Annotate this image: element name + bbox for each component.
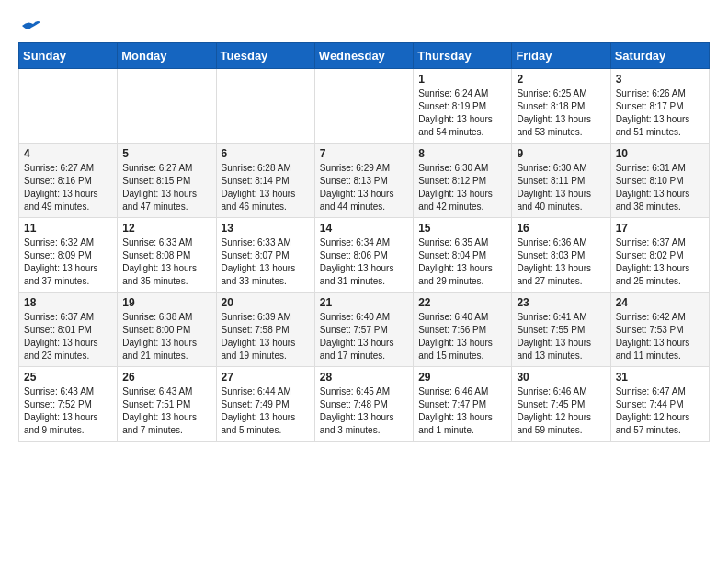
cell-content: Sunrise: 6:33 AM Sunset: 8:07 PM Dayligh… [222, 236, 310, 288]
calendar-cell: 25Sunrise: 6:43 AM Sunset: 7:52 PM Dayli… [19, 367, 118, 442]
calendar-week-row: 18Sunrise: 6:37 AM Sunset: 8:01 PM Dayli… [19, 293, 710, 367]
calendar-cell: 22Sunrise: 6:40 AM Sunset: 7:56 PM Dayli… [414, 293, 512, 367]
cell-content: Sunrise: 6:33 AM Sunset: 8:08 PM Dayligh… [122, 236, 210, 288]
calendar-cell: 19Sunrise: 6:38 AM Sunset: 8:00 PM Dayli… [118, 293, 216, 367]
day-number: 16 [517, 222, 605, 235]
cell-content: Sunrise: 6:35 AM Sunset: 8:04 PM Dayligh… [418, 236, 506, 288]
weekday-header-tuesday: Tuesday [216, 43, 314, 69]
calendar-cell: 23Sunrise: 6:41 AM Sunset: 7:55 PM Dayli… [512, 293, 610, 367]
calendar-cell: 24Sunrise: 6:42 AM Sunset: 7:53 PM Dayli… [610, 293, 709, 367]
cell-content: Sunrise: 6:24 AM Sunset: 8:19 PM Dayligh… [418, 87, 506, 139]
calendar-cell: 12Sunrise: 6:33 AM Sunset: 8:08 PM Dayli… [118, 218, 216, 293]
calendar-cell: 2Sunrise: 6:25 AM Sunset: 8:18 PM Daylig… [512, 69, 610, 144]
cell-content: Sunrise: 6:34 AM Sunset: 8:06 PM Dayligh… [320, 236, 408, 288]
calendar-cell: 6Sunrise: 6:28 AM Sunset: 8:14 PM Daylig… [216, 144, 314, 218]
calendar-cell: 15Sunrise: 6:35 AM Sunset: 8:04 PM Dayli… [414, 218, 512, 293]
day-number: 19 [122, 296, 210, 309]
day-number: 1 [418, 73, 506, 86]
day-number: 28 [320, 371, 408, 384]
calendar-cell: 9Sunrise: 6:30 AM Sunset: 8:11 PM Daylig… [512, 144, 610, 218]
day-number: 10 [616, 147, 704, 160]
page-header [18, 18, 710, 33]
day-number: 4 [24, 147, 112, 160]
day-number: 13 [222, 222, 310, 235]
cell-content: Sunrise: 6:29 AM Sunset: 8:13 PM Dayligh… [320, 162, 408, 213]
cell-content: Sunrise: 6:41 AM Sunset: 7:55 PM Dayligh… [517, 311, 605, 362]
calendar-cell: 8Sunrise: 6:30 AM Sunset: 8:12 PM Daylig… [414, 144, 512, 218]
day-number: 22 [418, 296, 506, 309]
calendar-week-row: 11Sunrise: 6:32 AM Sunset: 8:09 PM Dayli… [19, 218, 710, 293]
calendar-cell: 27Sunrise: 6:44 AM Sunset: 7:49 PM Dayli… [216, 367, 314, 442]
cell-content: Sunrise: 6:27 AM Sunset: 8:16 PM Dayligh… [24, 162, 112, 213]
day-number: 8 [418, 147, 506, 160]
calendar-cell: 5Sunrise: 6:27 AM Sunset: 8:15 PM Daylig… [118, 144, 216, 218]
calendar-cell: 3Sunrise: 6:26 AM Sunset: 8:17 PM Daylig… [610, 69, 709, 144]
day-number: 6 [222, 147, 310, 160]
day-number: 27 [222, 371, 310, 384]
cell-content: Sunrise: 6:46 AM Sunset: 7:47 PM Dayligh… [418, 385, 506, 437]
weekday-header-row: SundayMondayTuesdayWednesdayThursdayFrid… [19, 43, 710, 69]
day-number: 18 [24, 296, 112, 309]
cell-content: Sunrise: 6:47 AM Sunset: 7:44 PM Dayligh… [616, 385, 704, 437]
cell-content: Sunrise: 6:32 AM Sunset: 8:09 PM Dayligh… [24, 236, 112, 288]
calendar-cell: 1Sunrise: 6:24 AM Sunset: 8:19 PM Daylig… [414, 69, 512, 144]
calendar-cell: 11Sunrise: 6:32 AM Sunset: 8:09 PM Dayli… [19, 218, 118, 293]
day-number: 26 [122, 371, 210, 384]
calendar-cell: 20Sunrise: 6:39 AM Sunset: 7:58 PM Dayli… [216, 293, 314, 367]
calendar-cell [314, 69, 413, 144]
cell-content: Sunrise: 6:37 AM Sunset: 8:01 PM Dayligh… [24, 311, 112, 362]
cell-content: Sunrise: 6:27 AM Sunset: 8:15 PM Dayligh… [122, 162, 210, 213]
calendar-cell: 29Sunrise: 6:46 AM Sunset: 7:47 PM Dayli… [414, 367, 512, 442]
cell-content: Sunrise: 6:42 AM Sunset: 7:53 PM Dayligh… [616, 311, 704, 362]
calendar-cell: 18Sunrise: 6:37 AM Sunset: 8:01 PM Dayli… [19, 293, 118, 367]
day-number: 5 [122, 147, 210, 160]
cell-content: Sunrise: 6:43 AM Sunset: 7:51 PM Dayligh… [122, 385, 210, 437]
calendar-cell: 4Sunrise: 6:27 AM Sunset: 8:16 PM Daylig… [19, 144, 118, 218]
day-number: 29 [418, 371, 506, 384]
calendar-cell: 13Sunrise: 6:33 AM Sunset: 8:07 PM Dayli… [216, 218, 314, 293]
weekday-header-sunday: Sunday [19, 43, 118, 69]
cell-content: Sunrise: 6:26 AM Sunset: 8:17 PM Dayligh… [616, 87, 704, 139]
day-number: 12 [122, 222, 210, 235]
day-number: 9 [517, 147, 605, 160]
cell-content: Sunrise: 6:45 AM Sunset: 7:48 PM Dayligh… [320, 385, 408, 437]
logo [18, 18, 40, 33]
calendar-table: SundayMondayTuesdayWednesdayThursdayFrid… [18, 42, 710, 442]
day-number: 21 [320, 296, 408, 309]
calendar-cell: 10Sunrise: 6:31 AM Sunset: 8:10 PM Dayli… [610, 144, 709, 218]
calendar-week-row: 4Sunrise: 6:27 AM Sunset: 8:16 PM Daylig… [19, 144, 710, 218]
day-number: 11 [24, 222, 112, 235]
cell-content: Sunrise: 6:44 AM Sunset: 7:49 PM Dayligh… [222, 385, 310, 437]
day-number: 23 [517, 296, 605, 309]
cell-content: Sunrise: 6:39 AM Sunset: 7:58 PM Dayligh… [222, 311, 310, 362]
calendar-week-row: 1Sunrise: 6:24 AM Sunset: 8:19 PM Daylig… [19, 69, 710, 144]
calendar-cell [118, 69, 216, 144]
cell-content: Sunrise: 6:37 AM Sunset: 8:02 PM Dayligh… [616, 236, 704, 288]
cell-content: Sunrise: 6:30 AM Sunset: 8:12 PM Dayligh… [418, 162, 506, 213]
day-number: 30 [517, 371, 605, 384]
cell-content: Sunrise: 6:30 AM Sunset: 8:11 PM Dayligh… [517, 162, 605, 213]
day-number: 17 [616, 222, 704, 235]
day-number: 25 [24, 371, 112, 384]
day-number: 24 [616, 296, 704, 309]
day-number: 2 [517, 73, 605, 86]
calendar-cell: 30Sunrise: 6:46 AM Sunset: 7:45 PM Dayli… [512, 367, 610, 442]
weekday-header-wednesday: Wednesday [314, 43, 413, 69]
cell-content: Sunrise: 6:36 AM Sunset: 8:03 PM Dayligh… [517, 236, 605, 288]
day-number: 14 [320, 222, 408, 235]
calendar-cell: 28Sunrise: 6:45 AM Sunset: 7:48 PM Dayli… [314, 367, 413, 442]
cell-content: Sunrise: 6:40 AM Sunset: 7:57 PM Dayligh… [320, 311, 408, 362]
calendar-cell: 14Sunrise: 6:34 AM Sunset: 8:06 PM Dayli… [314, 218, 413, 293]
day-number: 3 [616, 73, 704, 86]
cell-content: Sunrise: 6:43 AM Sunset: 7:52 PM Dayligh… [24, 385, 112, 437]
day-number: 20 [222, 296, 310, 309]
calendar-cell: 17Sunrise: 6:37 AM Sunset: 8:02 PM Dayli… [610, 218, 709, 293]
day-number: 7 [320, 147, 408, 160]
calendar-cell: 21Sunrise: 6:40 AM Sunset: 7:57 PM Dayli… [314, 293, 413, 367]
day-number: 31 [616, 371, 704, 384]
cell-content: Sunrise: 6:28 AM Sunset: 8:14 PM Dayligh… [222, 162, 310, 213]
calendar-week-row: 25Sunrise: 6:43 AM Sunset: 7:52 PM Dayli… [19, 367, 710, 442]
logo-bird-icon [20, 18, 40, 33]
calendar-cell: 16Sunrise: 6:36 AM Sunset: 8:03 PM Dayli… [512, 218, 610, 293]
calendar-cell: 26Sunrise: 6:43 AM Sunset: 7:51 PM Dayli… [118, 367, 216, 442]
